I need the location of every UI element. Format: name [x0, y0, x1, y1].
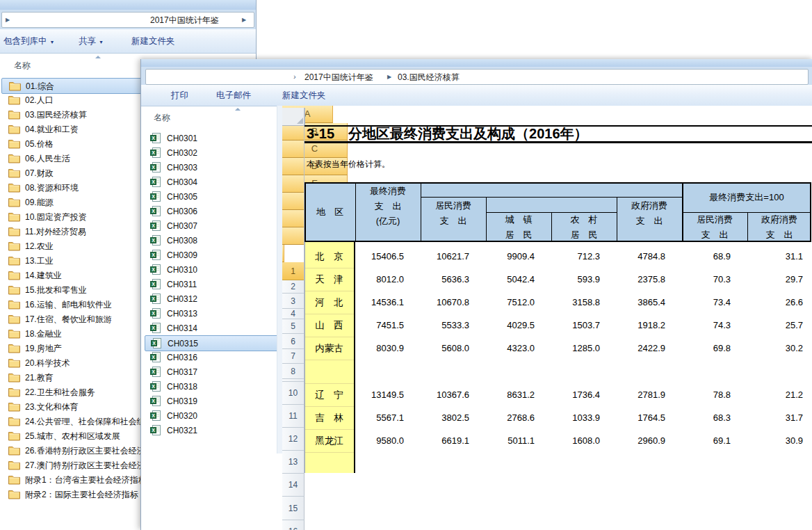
print-button[interactable]: 打印: [171, 90, 188, 102]
svg-text:X: X: [152, 238, 155, 243]
folder-item-label: 22.卫生和社会服务: [25, 385, 95, 399]
sheet-title: 3-15 分地区最终消费支出及构成（2016年）: [307, 127, 588, 141]
svg-text:X: X: [152, 355, 155, 360]
file-item[interactable]: XCH0306: [145, 204, 281, 218]
folder-item-label: 07.财政: [25, 166, 54, 180]
folder-icon: [8, 168, 20, 178]
file-item[interactable]: XCH0312: [145, 291, 281, 306]
select-all-corner: [282, 108, 305, 126]
value-cell: 8030.9: [355, 337, 404, 360]
folder-item-label: 25.城市、农村和区域发展: [25, 429, 120, 443]
region-grid-line: [305, 452, 354, 453]
folder-item-label: 21.教育: [25, 371, 54, 385]
file-item[interactable]: XCH0301: [145, 131, 281, 145]
region-cell: 天 津: [304, 268, 354, 291]
breadcrumb[interactable]: ▶ 2017中国统计年鉴 ▶: [1, 12, 254, 28]
file-item[interactable]: XCH0315: [145, 335, 282, 351]
row-header-12: 12: [282, 428, 304, 451]
value-cell: 8012.0: [355, 268, 404, 291]
file-item[interactable]: XCH0317: [145, 364, 281, 379]
folder-icon: [8, 343, 20, 353]
row-header-16: 16: [282, 520, 304, 530]
value-cell: 70.3: [682, 268, 731, 291]
file-item-label: CH0310: [167, 263, 197, 277]
folder-item-label: 11.对外经济贸易: [25, 225, 86, 239]
folder-item-label: 附录1：台湾省主要社会经济指标: [25, 473, 147, 487]
file-item[interactable]: XCH0320: [145, 408, 281, 423]
file-item[interactable]: XCH0304: [145, 175, 281, 189]
new-folder-button[interactable]: 新建文件夹: [282, 90, 326, 102]
excel-file-icon: X: [150, 162, 162, 172]
value-cell: 3158.8: [551, 291, 600, 314]
value-cell: 5042.4: [486, 268, 535, 291]
value-cell: 1764.5: [617, 406, 665, 429]
file-item[interactable]: XCH0305: [145, 189, 281, 204]
value-cell: 4323.0: [486, 337, 535, 360]
region-cell: 河 北: [304, 291, 354, 314]
file-item-label: CH0321: [167, 424, 197, 437]
svg-text:X: X: [152, 369, 155, 374]
value-cell: 26.6: [747, 291, 803, 314]
folder-item-label: 附录2：国际主要社会经济指标: [25, 488, 138, 501]
excel-file-icon: X: [150, 294, 162, 304]
header-grid-line: [421, 197, 683, 198]
email-button[interactable]: 电子邮件: [216, 90, 251, 102]
svg-text:X: X: [152, 165, 155, 170]
file-item[interactable]: XCH0319: [145, 394, 281, 408]
file-item-label: CH0303: [167, 161, 197, 175]
new-folder-button[interactable]: 新建文件夹: [131, 35, 175, 47]
file-item-label: CH0313: [167, 307, 197, 321]
file-item[interactable]: XCH0309: [145, 248, 281, 262]
file-item[interactable]: XCH0311: [145, 277, 281, 291]
region-cell: 山 西: [304, 314, 354, 337]
file-item-label: CH0308: [167, 234, 197, 248]
row-header-1: 1: [282, 262, 304, 280]
folder-item-label: 12.农业: [25, 239, 54, 253]
svg-text:X: X: [152, 311, 155, 316]
file-item-label: CH0319: [167, 394, 197, 408]
row-header-10: 10: [282, 382, 304, 405]
file-item[interactable]: XCH0302: [145, 145, 281, 160]
excel-file-icon: X: [150, 367, 162, 377]
value-cell: 1033.9: [551, 406, 600, 429]
excel-file-icon: X: [150, 381, 162, 392]
folder-item-label: 26.香港特别行政区主要社会经济: [25, 444, 145, 458]
folder-icon: [8, 226, 20, 236]
svg-text:X: X: [152, 296, 155, 301]
file-item[interactable]: XCH0318: [145, 379, 281, 394]
file-item[interactable]: XCH0321: [145, 423, 281, 437]
explorer-window-front: › 2017中国统计年鉴 ▶ 03.国民经济核算 打印 电子邮件 新建文件夹 名…: [140, 59, 812, 530]
folder-item-label: 04.就业和工资: [25, 122, 79, 136]
file-item[interactable]: XCH0314: [145, 321, 281, 335]
folder-icon: [8, 372, 20, 383]
file-item[interactable]: XCH0307: [145, 218, 281, 233]
breadcrumb-crumb[interactable]: 2017中国统计年鉴: [150, 15, 219, 26]
breadcrumb[interactable]: › 2017中国统计年鉴 ▶ 03.国民经济核算: [145, 69, 809, 85]
folder-icon: [8, 299, 20, 310]
folder-icon: [8, 255, 20, 266]
excel-file-icon: X: [150, 147, 162, 158]
breadcrumb-crumb[interactable]: 2017中国统计年鉴: [304, 72, 373, 83]
file-item[interactable]: XCH0308: [145, 233, 281, 248]
svg-text:X: X: [152, 209, 155, 214]
folder-icon: [8, 489, 20, 499]
row-header-2: 2: [282, 280, 304, 294]
share-button[interactable]: 共享▼: [79, 35, 104, 47]
breadcrumb-crumb[interactable]: 03.国民经济核算: [398, 72, 460, 83]
file-item[interactable]: XCH0310: [145, 262, 281, 277]
file-item[interactable]: XCH0316: [145, 350, 281, 364]
value-cell: 7451.5: [355, 314, 404, 337]
name-column-header[interactable]: 名称: [154, 112, 170, 124]
list-scrollbar[interactable]: [277, 106, 282, 453]
header-cell-resident: 居民消费 支 出: [421, 198, 486, 242]
folder-icon: [8, 460, 20, 470]
file-item[interactable]: XCH0303: [145, 160, 281, 175]
file-item[interactable]: XCH0313: [145, 306, 281, 321]
value-cell: 1285.0: [551, 337, 600, 360]
file-list: XCH0301XCH0302XCH0303XCH0304XCH0305XCH03…: [141, 131, 277, 520]
name-column-header[interactable]: 名称: [14, 60, 31, 72]
corner-triangle-icon: [297, 118, 303, 124]
folder-icon: [8, 241, 20, 251]
folder-item-label: 10.固定资产投资: [25, 210, 87, 224]
include-in-library-button[interactable]: 包含到库中▼: [3, 35, 54, 47]
